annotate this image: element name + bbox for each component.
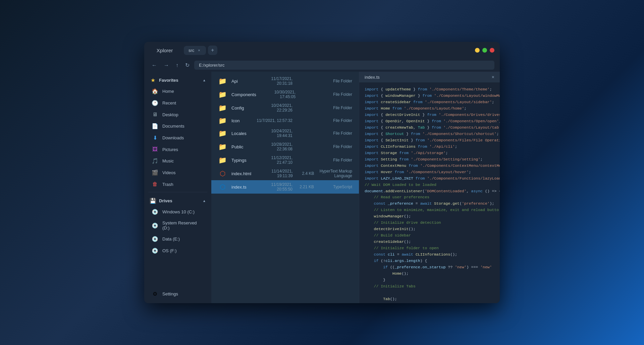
file-type: File Folder: [319, 106, 352, 110]
file-row[interactable]: ⬡ index.html 11/14/2021, 19:11:39 2.4 KB…: [211, 167, 359, 180]
drive-d-icon: 💿: [152, 222, 158, 229]
folder-icon: 📁: [218, 77, 227, 85]
file-row[interactable]: 📁 Api 11/17/2021, 20:31:18 File Folder: [211, 74, 359, 88]
file-date: 10/28/2021, 22:36:08: [256, 142, 292, 151]
file-date: 11/7/2021, 12:57:32: [256, 118, 292, 123]
home-icon: 🏠: [152, 88, 158, 94]
drives-arrow-icon: ▲: [203, 199, 206, 203]
up-button[interactable]: ↑: [174, 61, 180, 70]
file-row[interactable]: 📁 Icon 11/7/2021, 12:57:32 File Folder: [211, 115, 359, 127]
settings-label: Settings: [162, 291, 178, 296]
file-name: Public: [231, 144, 251, 149]
videos-icon: 🎬: [152, 169, 158, 176]
file-row-selected[interactable]: ⬡ index.ts 11/19/2021, 20:55:50 2.21 KB …: [211, 180, 359, 194]
favorites-header[interactable]: ★ Favorites ▲: [144, 75, 211, 85]
html-file-icon: ⬡: [218, 169, 227, 178]
star-icon: ★: [150, 77, 156, 83]
sidebar-item-label: Videos: [162, 170, 176, 175]
file-size: 2.21 KB: [297, 185, 314, 189]
file-date: 10/30/2021, 17:45:05: [261, 90, 296, 99]
forward-button[interactable]: →: [162, 61, 171, 70]
file-name: index.ts: [231, 185, 251, 190]
file-type: File Folder: [319, 131, 352, 136]
file-name: index.html: [231, 171, 251, 176]
drives-section-icon: 💾: [150, 198, 156, 204]
file-date: 11/17/2021, 20:31:18: [256, 76, 292, 86]
path-bar[interactable]: E:/xplorer/src: [194, 61, 494, 70]
sidebar-item-documents[interactable]: 📄 Documents: [146, 121, 209, 132]
sidebar-item-home[interactable]: 🏠 Home: [146, 86, 209, 97]
file-name: Locales: [231, 131, 251, 136]
settings-icon: ⚙: [152, 291, 158, 297]
sidebar-item-label: Desktop: [162, 112, 178, 117]
settings-item[interactable]: ⚙ Settings: [146, 288, 209, 299]
code-content: import { updateTheme } from './Component…: [359, 82, 500, 303]
file-size: 2.4 KB: [298, 171, 314, 176]
sidebar-item-pictures[interactable]: 🖼 Pictures: [146, 144, 209, 155]
sidebar-item-downloads[interactable]: ⬇ Downloads: [146, 132, 209, 143]
sidebar-item-label: Recent: [162, 100, 176, 106]
pictures-icon: 🖼: [152, 146, 158, 152]
sidebar-item-windows[interactable]: 💿 Windows 10 (C:): [146, 206, 209, 217]
ts-file-icon: ⬡: [218, 183, 227, 191]
refresh-button[interactable]: ↻: [183, 61, 192, 70]
documents-icon: 📄: [152, 123, 158, 129]
tab-src[interactable]: src ×: [184, 46, 206, 55]
favorites-label: Favorites: [159, 78, 178, 83]
file-list: 📁 Api 11/17/2021, 20:31:18 File Folder 📁…: [211, 72, 359, 303]
drive-e-icon: 💿: [152, 236, 158, 242]
title-bar: Xplorer src × +: [144, 42, 500, 59]
tab-label: src: [189, 48, 194, 53]
code-panel: index.ts × import { updateTheme } from '…: [359, 72, 500, 303]
file-name: Components: [231, 92, 256, 97]
file-type: File Folder: [319, 79, 352, 83]
close-button[interactable]: [490, 48, 494, 53]
drive-c-icon: 💿: [152, 209, 158, 215]
minimize-button[interactable]: [475, 48, 480, 53]
sidebar-item-os-f[interactable]: 💿 OS (F:): [146, 245, 209, 256]
sidebar-item-desktop[interactable]: 🖥 Desktop: [146, 109, 209, 120]
sidebar-item-recent[interactable]: 🕐 Recent: [146, 97, 209, 109]
file-row[interactable]: 📁 Typings 11/12/2021, 21:47:10 File Fold…: [211, 153, 359, 167]
file-row[interactable]: 📁 Public 10/28/2021, 22:36:08 File Folde…: [211, 140, 359, 153]
file-row[interactable]: 📁 Components 10/30/2021, 17:45:05 File F…: [211, 88, 359, 101]
file-row[interactable]: 📁 Config 10/24/2021, 22:29:26 File Folde…: [211, 101, 359, 115]
new-tab-button[interactable]: +: [208, 46, 217, 55]
file-row[interactable]: 📁 Locales 10/24/2021, 19:44:31 File Fold…: [211, 127, 359, 140]
desktop-icon: 🖥: [152, 112, 158, 118]
window-controls: [475, 48, 494, 53]
file-name: Config: [231, 106, 251, 111]
sidebar-item-trash[interactable]: 🗑 Trash: [146, 179, 209, 190]
sidebar-item-label: Downloads: [162, 135, 184, 140]
file-date: 10/24/2021, 22:29:26: [256, 103, 292, 113]
sidebar-item-label: Home: [162, 89, 174, 94]
downloads-icon: ⬇: [152, 135, 158, 141]
file-date: 11/12/2021, 21:47:10: [256, 155, 292, 165]
back-button[interactable]: ←: [150, 61, 159, 70]
app-title: Xplorer: [150, 48, 180, 53]
sidebar-item-videos[interactable]: 🎬 Videos: [146, 167, 209, 178]
file-name: Typings: [231, 158, 251, 163]
drives-header[interactable]: 💾 Drives ▲: [144, 196, 211, 206]
file-type: File Folder: [319, 158, 352, 162]
drives-label: Drives: [159, 198, 172, 203]
main-content: ★ Favorites ▲ 🏠 Home 🕐 Recent 🖥 Desktop …: [144, 72, 500, 303]
sidebar-item-label: Trash: [162, 182, 173, 187]
nav-bar: ← → ↑ ↻ E:/xplorer/src: [144, 59, 500, 72]
code-panel-header: index.ts ×: [359, 72, 500, 82]
folder-icon: 📁: [218, 156, 227, 164]
sidebar-item-music[interactable]: 🎵 Music: [146, 155, 209, 166]
file-name: Api: [231, 79, 251, 84]
sidebar-item-data[interactable]: 💿 Data (E:): [146, 233, 209, 245]
maximize-button[interactable]: [482, 48, 487, 53]
music-icon: 🎵: [152, 158, 158, 164]
folder-icon: 📁: [218, 129, 227, 137]
sidebar-item-system-reserved[interactable]: 💿 System Reserved (D:): [146, 218, 209, 233]
folder-icon: 📁: [218, 117, 227, 125]
folder-icon: 📁: [218, 104, 227, 112]
file-date: 11/19/2021, 20:55:50: [256, 182, 292, 192]
tab-close-button[interactable]: ×: [197, 48, 201, 53]
sidebar-item-label: OS (F:): [162, 248, 177, 253]
code-panel-close-button[interactable]: ×: [492, 74, 494, 80]
sidebar-item-label: Windows 10 (C:): [162, 209, 195, 214]
